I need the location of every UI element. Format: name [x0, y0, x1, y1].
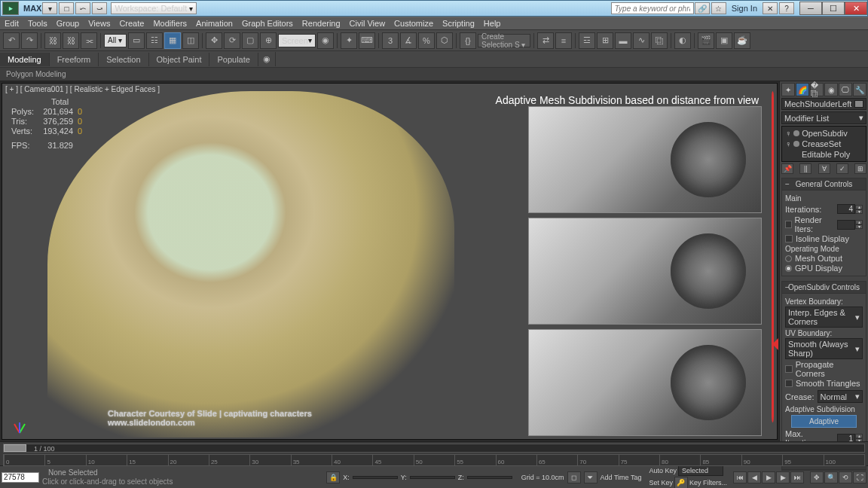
next-frame-button[interactable]: ▶: [776, 471, 790, 483]
show-result-button[interactable]: ||: [799, 163, 811, 174]
signin-link[interactable]: Sign In: [732, 4, 757, 13]
gpudisplay-radio[interactable]: GPU Display: [785, 264, 863, 273]
layers-button[interactable]: ☲: [579, 32, 595, 49]
uv-boundary-dropdown[interactable]: Smooth (Always Sharp)▾: [785, 338, 863, 359]
workspace-selector[interactable]: Workspace: Default ▾: [111, 2, 197, 14]
menu-grapheditors[interactable]: Graph Editors: [242, 19, 293, 28]
tab-create[interactable]: ✦: [781, 83, 795, 96]
align-button[interactable]: ≡: [555, 32, 572, 49]
redo-button[interactable]: ↷: [21, 32, 38, 49]
setkey-button[interactable]: Set Key: [649, 479, 673, 486]
recent-files-dropdown[interactable]: ▾: [42, 2, 57, 14]
modifier-list-dropdown[interactable]: Modifier List▾: [781, 111, 866, 124]
play-button[interactable]: ▶: [762, 471, 775, 483]
render-iters-check[interactable]: Render Iters: ▴▾: [785, 215, 863, 233]
angle-snap-button[interactable]: ∡: [400, 32, 417, 49]
select-rotate-button[interactable]: ⟳: [224, 32, 240, 49]
curve-editor-button[interactable]: ∿: [633, 32, 649, 49]
tab-utilities[interactable]: 🔧: [853, 83, 866, 96]
render-button[interactable]: ☕: [734, 32, 750, 49]
modifier-stack[interactable]: ♀OpenSubdiv ♀CreaseSet Editable Poly: [781, 126, 866, 162]
schematic-view-button[interactable]: ⿻: [651, 32, 668, 49]
viewport[interactable]: [ + ] [ Camera001 ] [ Realistic + Edged …: [2, 83, 778, 440]
time-tag-button[interactable]: ⏷: [584, 471, 598, 483]
menu-customize[interactable]: Customize: [394, 19, 433, 28]
goto-end-button[interactable]: ⏭: [790, 471, 804, 483]
window-minimize[interactable]: ─: [799, 2, 822, 15]
window-close[interactable]: ✕: [845, 2, 867, 15]
unlink-button[interactable]: ⛓: [63, 32, 79, 49]
time-slider[interactable]: 1 / 100: [3, 444, 865, 453]
nav-zoom-button[interactable]: 🔍: [824, 471, 838, 483]
adaptive-button[interactable]: Adaptive: [791, 415, 857, 428]
nav-maximize-button[interactable]: ⛶: [853, 471, 866, 483]
iterations-spinner[interactable]: 4▴▾: [837, 204, 863, 214]
bind-spacewarp-button[interactable]: ⫘: [81, 32, 97, 49]
select-name-button[interactable]: ☷: [146, 32, 163, 49]
object-name-field[interactable]: MechShoulderLeft: [781, 98, 866, 110]
menu-rendering[interactable]: Rendering: [302, 19, 341, 28]
tab-modeling[interactable]: Modeling: [0, 53, 50, 66]
crease-dropdown[interactable]: Normal▾: [818, 390, 863, 403]
select-region-button[interactable]: ▦: [164, 32, 181, 49]
pin-stack-button[interactable]: 📌: [781, 163, 793, 174]
layer-explorer-button[interactable]: ⊞: [597, 32, 613, 49]
stack-creaseset[interactable]: ♀CreaseSet: [784, 139, 864, 149]
render-frame-button[interactable]: ▣: [716, 32, 732, 49]
frame-input[interactable]: [2, 472, 39, 483]
nav-orbit-button[interactable]: ⟲: [839, 471, 852, 483]
ribbon-rec-icon[interactable]: ◉: [258, 52, 276, 66]
help-icon[interactable]: ?: [779, 2, 794, 14]
tab-display[interactable]: 🖵: [839, 83, 852, 96]
keyfilters-button[interactable]: Key Filters...: [689, 479, 727, 486]
material-editor-button[interactable]: ◐: [674, 32, 691, 49]
time-ruler[interactable]: 0510152025303540455055606570758085909510…: [3, 454, 865, 466]
prev-frame-button[interactable]: ◀: [747, 471, 761, 483]
smooth-tri-check[interactable]: Smooth Triangles: [785, 379, 863, 388]
menu-animation[interactable]: Animation: [196, 19, 233, 28]
tab-objectpaint[interactable]: Object Paint: [149, 53, 210, 66]
isoline-check[interactable]: Isoline Display: [785, 234, 863, 243]
select-move-button[interactable]: ✥: [206, 32, 222, 49]
menu-tools[interactable]: Tools: [28, 19, 47, 28]
select-object-button[interactable]: ▭: [128, 32, 145, 49]
time-slider-thumb[interactable]: [4, 444, 26, 452]
open-button[interactable]: ⤺: [75, 2, 90, 14]
axis-gizmo[interactable]: [8, 410, 31, 433]
coord-x[interactable]: [353, 476, 398, 479]
snap-button[interactable]: 3: [382, 32, 399, 49]
coord-y[interactable]: [410, 476, 455, 479]
ribbon-panel-label[interactable]: Polygon Modeling: [6, 70, 66, 78]
meshoutput-radio[interactable]: Mesh Output: [785, 254, 863, 263]
help-search-input[interactable]: [611, 2, 694, 14]
new-button[interactable]: □: [59, 2, 74, 14]
menu-views[interactable]: Views: [88, 19, 110, 28]
viewport-label[interactable]: [ + ] [ Camera001 ] [ Realistic + Edged …: [5, 85, 160, 93]
remove-button[interactable]: ✓: [836, 163, 848, 174]
menu-scripting[interactable]: Scripting: [442, 19, 475, 28]
refcoord-dropdown[interactable]: Screen ▾: [278, 34, 316, 47]
tab-hierarchy[interactable]: �⿻: [810, 83, 824, 96]
menu-create[interactable]: Create: [119, 19, 144, 28]
lock-icon[interactable]: 🔒: [326, 471, 340, 483]
tab-motion[interactable]: ◉: [824, 83, 838, 96]
star-icon[interactable]: ☆: [711, 2, 726, 14]
unique-button[interactable]: ∀: [818, 163, 830, 174]
select-scale-button[interactable]: ▢: [242, 32, 258, 49]
setkey-icon[interactable]: 🔑: [674, 477, 688, 488]
coord-z[interactable]: [467, 476, 512, 479]
autokey-button[interactable]: Auto Key: [649, 467, 677, 474]
goto-start-button[interactable]: ⏮: [733, 471, 747, 483]
keymode-dropdown[interactable]: Selected: [678, 465, 723, 476]
color-swatch[interactable]: [854, 100, 863, 108]
isolate-button[interactable]: ◻: [567, 471, 581, 483]
menu-modifiers[interactable]: Modifiers: [153, 19, 187, 28]
menu-help[interactable]: Help: [484, 19, 501, 28]
tab-modify[interactable]: 🌈: [796, 83, 809, 96]
tab-selection[interactable]: Selection: [99, 53, 148, 66]
named-sets-edit-button[interactable]: {}: [460, 32, 476, 49]
spinner-snap-button[interactable]: ⬡: [436, 32, 453, 49]
configure-button[interactable]: ⊞: [854, 163, 866, 174]
tab-freeform[interactable]: Freeform: [50, 53, 99, 66]
manipulate-button[interactable]: ✦: [341, 32, 357, 49]
